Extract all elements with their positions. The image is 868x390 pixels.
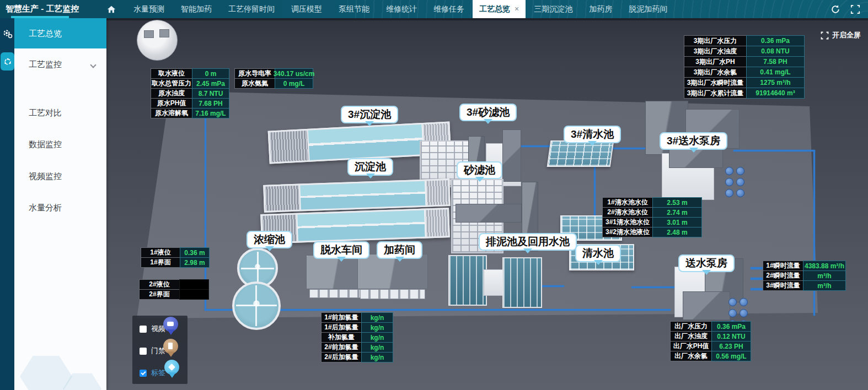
sidebar-item-video-monitor[interactable]: 视频监控 [14,160,106,192]
data-label: 2#清水池水位 [602,207,653,218]
refresh-icon[interactable] [831,4,840,14]
tab-close-icon[interactable]: × [515,0,519,18]
data-label: 3期出厂水浊度 [684,46,747,57]
video-checkbox[interactable] [140,326,147,333]
data-value: 7.68 PH [192,98,229,109]
data-label: 3#1清水池水位 [602,217,653,228]
facility-label[interactable]: 浓缩池 [247,231,292,248]
app-root: 智慧生产 - 工艺监控 水量预测 智能加药 工艺停留时间 调压模型 泵组节能 维… [0,0,868,390]
header-tab[interactable]: 调压模型 [283,0,330,18]
data-value: 7.58 PH [746,56,805,67]
data-value: kg/n [361,312,393,323]
fullscreen-corners-icon [821,31,829,40]
facility-label[interactable]: 3#沉淀池 [341,106,398,123]
data-value: m³/h [803,270,846,281]
data-label: 原水溶解氧 [151,108,192,118]
tank1-level-panel: 1#液位0.36 m 1#界面2.98 m [141,248,210,268]
chlorine-dosing-panel: 1#前加氯量kg/n 1#后加氯量kg/n 补加氯量kg/n 2#前加氯量kg/… [321,313,393,362]
header-tab[interactable]: 三期沉淀池 [526,0,581,18]
facility-label[interactable]: 3#清水池 [564,126,621,143]
data-label: 出厂水浊度 [670,331,712,342]
sludge-reuse-pools[interactable] [448,252,543,311]
data-label: 原水氨氮 [234,78,275,89]
facility-label[interactable]: 沉淀池 [347,158,393,176]
header-tab[interactable]: 泵组节能 [330,0,378,18]
sidebar-item-process-monitor[interactable]: 工艺监控 [14,48,106,80]
data-value: 340.17 us/cm [275,68,313,79]
home-icon [106,4,116,14]
sidebar-item-water-analysis[interactable]: 水量分析 [14,192,106,224]
data-label: 原水PH值 [151,98,192,109]
tag-checkbox[interactable] [140,370,147,377]
data-label: 原水导电率 [234,68,275,79]
header-tab[interactable]: 智能加药 [173,0,220,18]
fullscreen-icon[interactable] [850,4,860,14]
round-building[interactable] [137,20,178,61]
pipe [594,166,596,216]
instant-flow-panel: 1#瞬时流量4383.88 m³/h 2#瞬时流量m³/h 3#瞬时流量m³/h [763,261,846,291]
active-tab-label: 工艺总览 [479,0,510,18]
facility-label[interactable]: 清水池 [575,245,621,262]
open-fullscreen-button[interactable]: 开启全屏 [821,30,861,40]
facility-label[interactable]: 砂滤池 [457,161,502,179]
data-label: 2#后加氯量 [321,352,362,362]
data-label: 3#2清水池液位 [602,227,653,237]
header-tab[interactable]: 水量预测 [125,0,173,18]
dewatering-workshop[interactable] [306,255,366,299]
data-label: 出厂水压力 [670,321,712,332]
production-icon[interactable] [2,28,13,39]
sidebar-item-process-overview[interactable]: 工艺总览 [14,18,106,48]
door-access-checkbox[interactable] [140,348,147,355]
chevron-down-icon [90,62,96,68]
video-pin-icon[interactable] [163,317,178,332]
data-value: 2.74 m [652,207,702,218]
tag-pin-icon[interactable] [164,360,179,375]
layer-label: 标签 [151,368,165,378]
home-tab[interactable] [102,0,121,18]
data-label: 1#液位 [141,247,180,258]
data-label: 3#瞬时流量 [763,280,803,291]
process-monitor-icon [3,57,12,66]
data-value: 0 mg/L [275,78,313,89]
header-tab[interactable]: 维修任务 [425,0,473,18]
title-underline [11,16,69,18]
facility-label[interactable]: 加药间 [377,241,422,259]
data-value: 0.36 m [180,247,210,258]
data-value: 2.45 mPa [192,78,229,89]
fullscreen-label: 开启全屏 [832,30,861,40]
header-tab[interactable]: 工艺停留时间 [220,0,283,18]
monitor-rail-item[interactable] [1,52,14,71]
pipe [611,148,645,149]
dosing-building[interactable] [357,254,428,300]
phase3-outlet-panel: 3期出厂水压力0.36 mPa 3期出厂水浊度0.08 NTU 3期出厂水PH7… [684,36,805,99]
facility-label[interactable]: 排泥池及回用水池 [479,233,577,251]
data-label: 补加氯量 [321,332,362,343]
data-value: 0.36 mPa [746,35,805,46]
data-label: 3期出厂水余氯 [684,67,747,78]
data-label: 2#瞬时流量 [763,270,803,281]
data-label: 取水液位 [151,68,192,79]
data-label: 原水浊度 [151,88,192,99]
sidebar-item-process-compare[interactable]: 工艺对比 [14,97,106,129]
layer-row-door: 门禁 [132,340,187,362]
intake-data-panel: 取水液位0 m 取水总管压力2.45 mPa 原水浊度8.7 NTU 原水PH值… [151,69,229,118]
outlet-water-panel: 出厂水压力0.36 mPa 出厂水浊度0.12 NTU 出厂水PH值6.23 P… [670,322,751,361]
data-value: 7.16 mg/L [192,108,229,118]
data-label: 2#界面 [139,289,180,300]
data-value: 2.98 m [180,257,210,268]
clear-pool-3[interactable] [547,140,614,167]
header-tab[interactable]: 加药房 [581,0,620,18]
data-value: 1275 m³/h [746,77,805,88]
sidebar-item-data-monitor[interactable]: 数据监控 [14,128,106,160]
facility-label[interactable]: 送水泵房 [678,254,735,272]
header-tab[interactable]: 脱泥加药间 [620,0,676,18]
header-tab[interactable]: 维修统计 [378,0,425,18]
layer-row-video: 视频 [132,318,187,340]
header-tab-active[interactable]: 工艺总览 × [473,0,526,18]
thickener-tank-2[interactable] [232,281,281,330]
facility-label[interactable]: 脱水车间 [313,241,369,259]
facility-label[interactable]: 3#送水泵房 [660,132,727,150]
facility-label[interactable]: 3#砂滤池 [459,104,517,121]
door-pin-icon[interactable] [163,339,178,354]
data-value: 0.41 mg/L [746,67,805,78]
